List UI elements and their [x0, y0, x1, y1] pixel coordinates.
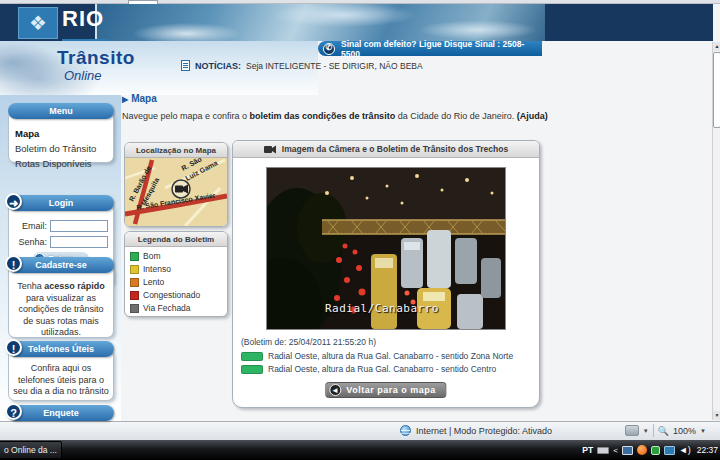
legend-item-via-fechada: Via Fechada	[130, 303, 227, 313]
email-label: Email:	[13, 221, 47, 231]
map-back-icon: ◄	[329, 384, 341, 396]
status-text: Internet | Modo Protegido: Ativado	[416, 426, 552, 436]
zoom-icon[interactable]: 🔍	[658, 426, 669, 436]
camera-icon	[264, 145, 277, 154]
phone-icon	[323, 43, 335, 55]
chevron-down-icon[interactable]: ▼	[643, 428, 649, 434]
senha-label: Senha:	[13, 237, 47, 247]
voltar-label: Voltar para o mapa	[346, 385, 435, 395]
cadastre-text-2: para visualizar as condições de trânsito…	[18, 293, 103, 338]
sidebar-item-rotas[interactable]: Rotas Disponíveis	[15, 156, 113, 171]
bulletin-entry: Radial Oeste, altura da Rua Gal. Canabar…	[241, 364, 513, 374]
zoom-level[interactable]: 100%	[673, 426, 696, 436]
camera-panel: Imagem da Câmera e o Boletim de Trânsito…	[232, 140, 540, 408]
voltar-mapa-button[interactable]: ◄ Voltar para o mapa	[325, 382, 446, 398]
exclamation-icon: !	[5, 255, 22, 272]
noticias-label: NOTÍCIAS:	[195, 61, 241, 71]
cadastre-header: Cadastre-se	[8, 257, 114, 273]
chevron-down-icon[interactable]: ▼	[700, 428, 706, 434]
legend-swatch	[130, 265, 139, 274]
arrow-right-icon: ▶	[122, 95, 128, 104]
status-swatch-bom	[241, 352, 263, 361]
site-title: Trânsito	[57, 47, 135, 69]
legend-swatch	[130, 252, 139, 261]
taskbar-window-button[interactable]: o Online da ...	[0, 441, 62, 459]
exclamation-icon: !	[5, 339, 22, 356]
protected-mode-icon[interactable]	[625, 425, 639, 436]
legenda-header: Legenda do Boletim	[125, 232, 227, 247]
legenda-box: Legenda do Boletim Bom Intenso Lento Con…	[124, 231, 228, 317]
question-icon: ?	[5, 403, 22, 420]
browser-status-bar: Internet | Modo Protegido: Ativado ▼ 🔍 1…	[0, 421, 720, 440]
login-icon: ➜	[5, 193, 22, 210]
sidebar-item-mapa[interactable]: Mapa	[15, 126, 113, 141]
volume-icon[interactable]: ◄)	[679, 445, 691, 455]
mini-map[interactable]: R. Barão de Mesquita R. São Luiz Gama R.…	[125, 158, 227, 226]
senha-field[interactable]	[50, 236, 108, 248]
noticias-ticker[interactable]: NOTÍCIAS: Seja INTELIGENTE - SE DIRIGIR,…	[181, 60, 423, 71]
internet-zone-icon	[400, 425, 411, 436]
legend-item-lento: Lento	[130, 277, 227, 287]
legend-item-congestionado: Congestionado	[130, 290, 227, 300]
legend-item-bom: Bom	[130, 251, 227, 261]
sidebar-item-boletim[interactable]: Boletim do Trânsito	[15, 141, 113, 156]
bulletin-entry: Radial Oeste, altura da Rua Gal. Canabar…	[241, 351, 513, 361]
legend-swatch	[130, 304, 139, 313]
disque-sinal-banner[interactable]: Sinal com defeito? Ligue Disque Sinal : …	[318, 41, 542, 56]
taskbar-clock[interactable]: 22:37	[697, 445, 718, 455]
app-tray-icon[interactable]	[637, 445, 647, 455]
language-indicator[interactable]: PT	[582, 445, 593, 455]
login-header: Login	[8, 195, 114, 211]
page-title: Mapa	[131, 93, 157, 104]
breadcrumb: ▶Mapa	[122, 93, 157, 104]
camera-panel-title: Imagem da Câmera e o Boletim de Trânsito…	[282, 141, 508, 158]
camera-image: Radial/Canabarro	[266, 167, 506, 330]
vertical-scrollbar[interactable]: ▲ ▼	[712, 42, 720, 420]
localizacao-header: Localização no Mapa	[125, 143, 227, 158]
windows-taskbar: o Online da ... PT < ◄) 22:37	[0, 440, 720, 460]
telefones-text: Confira aqui os telefones úteis para o s…	[9, 358, 113, 403]
bulletin-timestamp: (Boletim de: 25/04/2011 21:55:20 h)	[241, 337, 513, 347]
divider	[653, 424, 654, 437]
ajuda-link[interactable]: (Ajuda)	[517, 111, 548, 121]
status-swatch-bom	[241, 365, 263, 374]
scrollbar-thumb[interactable]	[713, 52, 720, 128]
camera-caption: Radial/Canabarro	[325, 302, 439, 315]
top-banner: ❖ RIO PREFEITURA	[0, 4, 713, 41]
cadastre-box: Tenha acesso rápido para visualizar as c…	[8, 265, 114, 338]
noticias-text: Seja INTELIGENTE - SE DIRIGIR, NÃO BEBA	[246, 61, 423, 71]
cadastre-text-1: Tenha	[17, 281, 44, 291]
email-field[interactable]	[50, 220, 108, 232]
news-list-icon	[181, 60, 190, 71]
rio-logo-text: RIO	[62, 7, 108, 31]
menu-header: Menu	[8, 103, 114, 119]
localizacao-box: Localização no Mapa R. Barão de Mesquita…	[124, 142, 228, 227]
intro-text: Navegue pelo mapa e confira o boletim da…	[122, 111, 552, 121]
disque-sinal-text: Sinal com defeito? Ligue Disque Sinal : …	[341, 39, 542, 59]
scroll-up-arrow[interactable]: ▲	[713, 42, 720, 51]
site-subtitle: Online	[64, 68, 102, 83]
display-icon[interactable]	[622, 446, 633, 455]
show-hidden-icons-chevron[interactable]: <	[613, 446, 618, 455]
scroll-down-arrow[interactable]: ▼	[713, 411, 720, 420]
ocean-waves-image	[95, 4, 545, 41]
legend-swatch	[130, 291, 139, 300]
keyboard-icon[interactable]	[597, 447, 609, 454]
cadastre-text-bold: acesso rápido	[44, 281, 105, 291]
prefeitura-crest-icon: ❖	[18, 7, 58, 39]
safely-remove-icon[interactable]	[651, 446, 660, 455]
legend-swatch	[130, 278, 139, 287]
legend-item-intenso: Intenso	[130, 264, 227, 274]
telefones-header: Telefones Úteis	[8, 341, 114, 357]
screen: ❖ RIO PREFEITURA Sinal com defeito? Ligu…	[0, 0, 720, 460]
network-icon[interactable]	[664, 446, 675, 455]
enquete-header: Enquete	[8, 405, 114, 421]
